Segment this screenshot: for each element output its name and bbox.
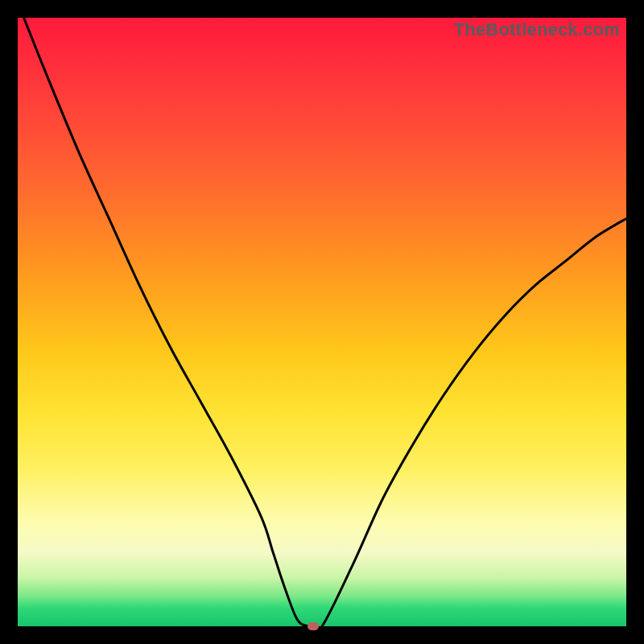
curve-path [24, 18, 626, 626]
optimal-point-marker [308, 622, 319, 630]
chart-frame: TheBottleneck.com [0, 0, 644, 644]
bottleneck-curve [18, 18, 626, 626]
plot-area: TheBottleneck.com [18, 18, 626, 626]
